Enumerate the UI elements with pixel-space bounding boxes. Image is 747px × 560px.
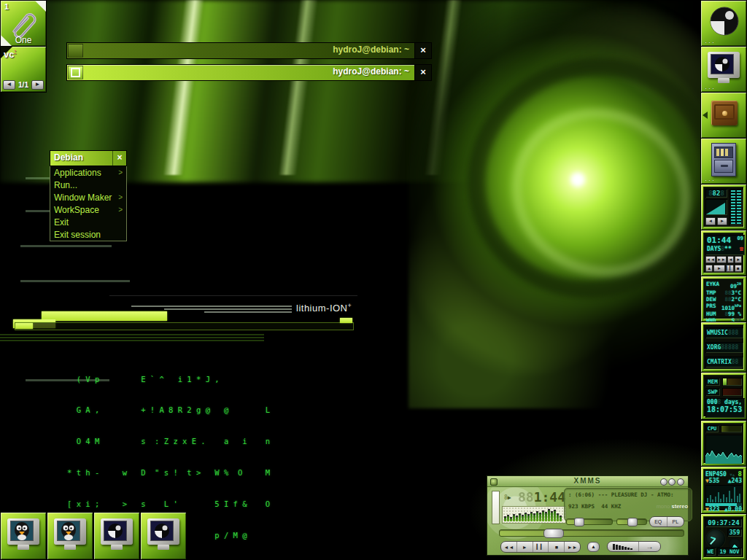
xmms-shade-button[interactable] [668, 478, 676, 486]
close-icon: × [117, 152, 122, 163]
drawer-icon [711, 101, 738, 125]
menu-item-workspace[interactable]: WorkSpace> [50, 203, 126, 216]
wmusic-prev-button[interactable]: ◄◄ [705, 256, 716, 263]
dock-wmusic-app[interactable]: 01:44 09 DAYS8** ☎ ◄◄ ►► ◄ ► ▲ ► ▎▎ ■ [700, 230, 747, 276]
xmms-window[interactable]: XMMS 8▶ 881:44 : (6:06) --- PLEASURE DJ … [487, 475, 689, 556]
xmms-titlebar[interactable]: XMMS [487, 476, 688, 487]
dock-gnustep-launcher[interactable]: ··· [700, 0, 747, 47]
menu-item-exit-session[interactable]: Exit session [50, 228, 126, 241]
equalizer-button[interactable]: EQ [650, 517, 667, 526]
terminal-titlebar-unfocused[interactable]: hydroJ@debian: ~ × [66, 42, 432, 59]
left-arrow-icon: ◄ [708, 219, 713, 223]
wmusic-stop-button[interactable]: ■ [735, 265, 742, 272]
xmms-close-button[interactable] [677, 478, 684, 486]
xmms-position-slider[interactable] [499, 529, 684, 537]
eject-icon: ▲ [591, 544, 596, 549]
pager-prev-button[interactable]: ◄ [3, 80, 15, 90]
workspace-clip[interactable]: 1 One [0, 0, 47, 47]
eject-button[interactable]: ▲ [587, 542, 600, 552]
terminal-titlebar-focused[interactable]: hydroJ@debian: ~ × [66, 64, 432, 81]
xmms-elapsed-time: 881:44 [518, 489, 563, 504]
wmusic-track-number: 09 [738, 236, 743, 245]
previous-button[interactable]: ◄◄ [501, 542, 517, 552]
terminal-close-button[interactable]: × [414, 43, 431, 58]
playlist-button[interactable]: PL [667, 517, 684, 526]
root-menu-titlebar[interactable]: Debian × [50, 150, 127, 166]
terminal-miniaturize-button[interactable] [68, 66, 83, 79]
xmms-minimize-button[interactable] [660, 478, 667, 486]
mixer-eq-display [729, 189, 743, 225]
stop-button[interactable]: ■ [549, 542, 565, 552]
xmms-volume-slider[interactable] [566, 518, 613, 525]
pager-dockapp[interactable]: vc: ◄ 1/1 ► [0, 46, 47, 93]
menu-item-run[interactable]: Run... [50, 179, 126, 191]
wmusic-eject-button[interactable]: ▲ [705, 265, 713, 272]
terminal-close-button[interactable]: × [414, 65, 431, 80]
net-upload-total: ▲0.00 [724, 506, 742, 513]
wmtop-process-3: CMATRIX88 [705, 357, 743, 368]
mixer-volume-slider[interactable] [705, 199, 727, 215]
matrix-row: ( V p E ` ^ i 1 * J , [67, 374, 270, 384]
wmusic-pause-button[interactable]: ▎▎ [726, 265, 734, 272]
clock-date: 19 NOV [717, 548, 742, 556]
xmms-spectrum-analyzer[interactable] [502, 506, 566, 524]
mixer-prev-button[interactable]: ◄ [705, 217, 716, 225]
dock-cabinet-launcher[interactable]: ··· [700, 138, 747, 184]
xmms-transport-buttons: ◄◄ ► ▎▎ ■ ►► [500, 541, 581, 553]
dock-memload-app[interactable]: MEM SWP 0008 days, 18:07:53 [700, 372, 747, 420]
menu-item-exit[interactable]: Exit [50, 216, 126, 228]
xmms-clutterbar[interactable] [492, 491, 500, 524]
dock-mixer-app[interactable]: 8828 ◄ ► [700, 184, 747, 230]
brand-sup: + [348, 302, 352, 309]
prev-icon: ◄◄ [503, 545, 514, 550]
play-button[interactable]: ► [517, 542, 533, 552]
dock-terminal-launcher[interactable]: ··· [700, 46, 747, 93]
shuffle-button[interactable] [608, 542, 639, 551]
wmusic-play-button[interactable]: ► [713, 265, 724, 272]
left-arrow-icon: ◄ [7, 81, 12, 88]
net-arrows-icon: ▼▲ [729, 472, 735, 477]
weather-station: EYKA [706, 281, 719, 289]
balance-knob[interactable] [627, 518, 638, 526]
dock-weather-app[interactable]: EYKA 0920 TMP883°C DEW882°C PRS1010hPa H… [700, 276, 747, 322]
repeat-button[interactable]: → [639, 542, 660, 551]
pause-button[interactable]: ▎▎ [533, 542, 549, 552]
dock-wmtop-app[interactable]: WMUSIC888 XORG88888 CMATRIX88 [700, 322, 747, 373]
next-button[interactable]: ►► [565, 542, 580, 552]
minimized-terminal-tux-2[interactable] [47, 512, 93, 560]
minimized-gnustep-window-2[interactable] [140, 512, 187, 560]
net-interface: ENP4S0 [705, 471, 727, 478]
dock-cpuload-app[interactable]: CPU [700, 420, 747, 467]
xmms-balance-slider[interactable] [616, 518, 647, 525]
uptime-time: 18:07:53 [707, 405, 743, 413]
desktop: lithium-ION+ 1 One vc: ◄ 1/1 ► hydroJ@de [0, 0, 747, 560]
menu-item-applications[interactable]: Applications> [50, 166, 126, 179]
battery-bar [42, 311, 167, 321]
volume-knob[interactable] [574, 518, 584, 526]
wmusic-forward-button[interactable]: ► [735, 256, 742, 263]
menu-close-button[interactable]: × [112, 151, 126, 166]
wmusic-title: DAYS8** [707, 246, 732, 252]
dock-clock-app[interactable]: 09:37:24 359 WE 19 NOV [700, 513, 747, 560]
dock-collapse-arrow-icon[interactable] [703, 112, 708, 119]
xmms-shuffle-repeat: → [607, 541, 661, 552]
submenu-arrow-icon: > [118, 168, 123, 176]
analog-clock-face [706, 529, 725, 548]
play-icon: ► [717, 266, 721, 271]
pager-next-button[interactable]: ► [31, 80, 44, 90]
wmusic-next-button[interactable]: ►► [716, 256, 727, 263]
dock-drawer-launcher[interactable] [700, 92, 747, 139]
wmusic-lcd: 01:44 09 DAYS8** ☎ [705, 235, 745, 255]
mixer-next-button[interactable]: ► [717, 217, 727, 225]
minimized-terminal-tux-1[interactable] [0, 512, 47, 560]
minimized-gnustep-window-1[interactable] [93, 512, 140, 560]
net-upload-rate: ▲243 [728, 478, 742, 484]
pager-controls: ◄ 1/1 ► [3, 80, 44, 90]
weather-temp-row: TMP883°C [706, 289, 741, 296]
swap-label: SWP [705, 388, 720, 396]
position-knob[interactable] [543, 529, 564, 538]
wmusic-rewind-button[interactable]: ◄ [727, 256, 735, 263]
menu-item-window-maker[interactable]: Window Maker> [50, 191, 126, 203]
dock-net-app[interactable]: ENP4S0 ▼▲ 8 ▼535 ▲243 ▼323 ▲0.00 [700, 466, 747, 514]
terminal-miniaturize-button[interactable] [68, 44, 83, 58]
